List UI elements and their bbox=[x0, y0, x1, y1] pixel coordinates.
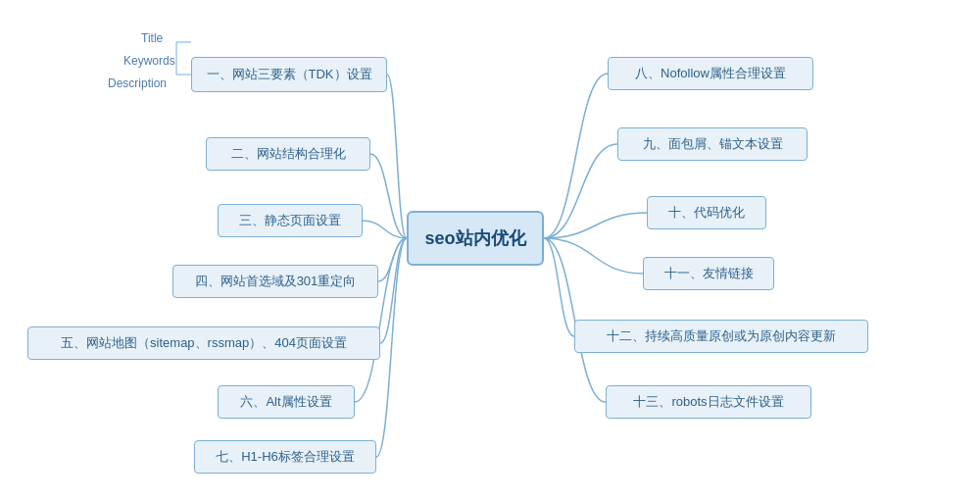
center-label: seo站内优化 bbox=[424, 226, 525, 250]
node-6: 六、Alt属性设置 bbox=[218, 385, 355, 419]
node-13: 十三、robots日志文件设置 bbox=[606, 385, 811, 419]
annotation-title: Title bbox=[141, 31, 163, 45]
node-5: 五、网站地图（sitemap、rssmap）、404页面设置 bbox=[27, 326, 380, 360]
node-7: 七、H1-H6标签合理设置 bbox=[194, 440, 376, 474]
node-10: 十、代码优化 bbox=[647, 196, 766, 229]
center-node: seo站内优化 bbox=[407, 211, 544, 266]
node-8: 八、Nofollow属性合理设置 bbox=[608, 57, 813, 90]
node-11: 十一、友情链接 bbox=[643, 257, 774, 290]
node-9: 九、面包屑、锚文本设置 bbox=[617, 127, 808, 161]
node-1: 一、网站三要素（TDK）设置 bbox=[191, 57, 387, 92]
annotation-keywords: Keywords bbox=[123, 54, 175, 68]
node-4: 四、网站首选域及301重定向 bbox=[172, 265, 378, 298]
node-2: 二、网站结构合理化 bbox=[206, 137, 370, 171]
annotation-description: Description bbox=[108, 76, 167, 90]
node-12: 十二、持续高质量原创或为原创内容更新 bbox=[574, 320, 868, 353]
node-3: 三、静态页面设置 bbox=[218, 204, 363, 237]
